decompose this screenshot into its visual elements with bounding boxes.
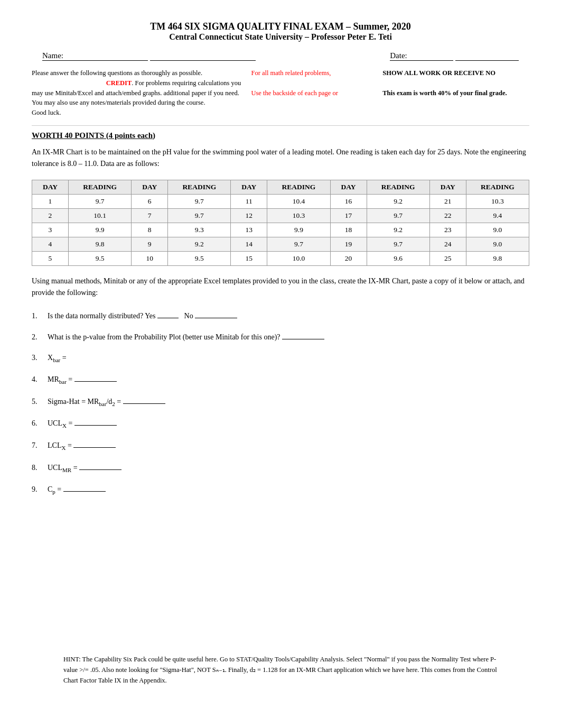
q2-text: What is the p-value from the Probability… — [48, 330, 324, 344]
table-cell: 11 — [231, 194, 267, 208]
table-cell: 9.8 — [68, 237, 131, 251]
q2-num: 2. — [32, 330, 44, 344]
university-line: Central Connecticut State University – P… — [32, 32, 529, 42]
question-1: 1. Is the data normally distributed? Yes… — [32, 309, 529, 322]
q9-blank[interactable] — [63, 491, 106, 492]
q3-num: 3. — [32, 351, 44, 364]
question-9: 9. Cp = — [32, 483, 529, 497]
name-blank[interactable] — [150, 51, 256, 61]
date-label: Date: — [390, 51, 453, 61]
table-cell: 7 — [132, 208, 168, 223]
table-cell: 1 — [32, 194, 69, 208]
page-header: TM 464 SIX SIGMA QUALITY FINAL EXAM – Su… — [32, 21, 529, 42]
q5-blank[interactable] — [123, 403, 165, 404]
table-cell: 3 — [32, 223, 69, 237]
q8-sub: MR — [62, 466, 71, 473]
table-cell: 10.4 — [267, 194, 330, 208]
table-cell: 9.2 — [168, 237, 231, 251]
question-6: 6. UCLX = — [32, 417, 529, 431]
table-cell: 14 — [231, 237, 267, 251]
date-blank[interactable] — [455, 51, 519, 61]
q8-num: 8. — [32, 461, 44, 474]
q7-num: 7. — [32, 439, 44, 452]
q4-blank[interactable] — [74, 381, 117, 382]
col-header-reading1: READING — [68, 180, 131, 194]
col-header-reading3: READING — [267, 180, 330, 194]
instructions-block: Please answer the following questions as… — [32, 68, 529, 118]
table-cell: 9.0 — [466, 237, 529, 251]
date-field: Date: — [390, 51, 519, 61]
table-cell: 9 — [132, 237, 168, 251]
table-cell: 10.1 — [68, 208, 131, 223]
col-header-day2: DAY — [132, 180, 168, 194]
table-cell: 2 — [32, 208, 69, 223]
q8-blank[interactable] — [79, 469, 121, 470]
q1-text: Is the data normally distributed? Yes No — [48, 309, 237, 322]
table-cell: 20 — [330, 251, 367, 265]
q2-blank[interactable] — [282, 339, 324, 339]
instructions-col3: SHOW ALL WORK OR RECEIVE NOThis exam is … — [378, 68, 529, 118]
name-field: Name: — [42, 51, 256, 61]
question-2: 2. What is the p-value from the Probabil… — [32, 330, 529, 344]
q7-text: LCLX = — [48, 439, 116, 454]
table-cell: 5 — [32, 251, 69, 265]
table-cell: 10.3 — [466, 194, 529, 208]
instructions-col2: For all math related problems,Use the ba… — [247, 68, 378, 118]
question-8: 8. UCLMR = — [32, 461, 529, 476]
table-cell: 9.0 — [466, 223, 529, 237]
name-date-row: Name: Date: — [32, 51, 529, 61]
table-cell: 9.5 — [168, 251, 231, 265]
table-cell: 9.7 — [168, 208, 231, 223]
table-cell: 24 — [429, 237, 466, 251]
q5-sub2: 2 — [112, 401, 115, 407]
problem-intro: An IX-MR Chart is to be maintained on th… — [32, 146, 529, 170]
questions-section: 1. Is the data normally distributed? Yes… — [32, 309, 529, 497]
table-cell: 10.3 — [267, 208, 330, 223]
table-cell: 9.7 — [168, 194, 231, 208]
q6-blank[interactable] — [74, 425, 117, 426]
credit-label: CREDIT — [106, 79, 132, 87]
table-cell: 9.7 — [68, 194, 131, 208]
col-header-reading4: READING — [367, 180, 429, 194]
table-cell: 9.5 — [68, 251, 131, 265]
q5-sub1: bar — [99, 401, 106, 407]
table-cell: 9.7 — [267, 237, 330, 251]
instructions-col1: Please answer the following questions as… — [32, 68, 247, 118]
table-cell: 18 — [330, 223, 367, 237]
table-cell: 17 — [330, 208, 367, 223]
table-cell: 10 — [132, 251, 168, 265]
q1-no-blank[interactable] — [195, 318, 237, 318]
q8-text: UCLMR = — [48, 461, 121, 476]
table-cell: 22 — [429, 208, 466, 223]
table-cell: 9.4 — [466, 208, 529, 223]
q7-blank[interactable] — [73, 447, 116, 448]
q6-num: 6. — [32, 417, 44, 430]
data-table: DAY READING DAY READING DAY READING DAY … — [32, 180, 529, 266]
q1-yes-blank[interactable] — [157, 318, 179, 318]
section-title: WORTH 40 POINTS (4 points each) — [32, 131, 529, 140]
table-cell: 9.2 — [367, 194, 429, 208]
col-header-day5: DAY — [429, 180, 466, 194]
q9-num: 9. — [32, 483, 44, 496]
table-cell: 9.9 — [68, 223, 131, 237]
col-header-day3: DAY — [231, 180, 267, 194]
q7-sub: X — [61, 445, 66, 451]
q6-sub: X — [62, 422, 67, 429]
q3-sub: bar — [53, 356, 60, 363]
chart-instruction: Using manual methods, Minitab or any of … — [32, 275, 529, 299]
q5-text: Sigma-Hat = MRbar/d2 = — [48, 395, 165, 410]
table-cell: 9.7 — [367, 237, 429, 251]
col-header-reading2: READING — [168, 180, 231, 194]
table-cell: 9.6 — [367, 251, 429, 265]
col-header-reading5: READING — [466, 180, 529, 194]
table-cell: 9.9 — [267, 223, 330, 237]
table-cell: 9.3 — [168, 223, 231, 237]
question-4: 4. MRbar = — [32, 373, 529, 388]
table-cell: 19 — [330, 237, 367, 251]
q3-text: Xbar = — [48, 351, 67, 366]
col-header-day1: DAY — [32, 180, 69, 194]
table-cell: 23 — [429, 223, 466, 237]
table-cell: 10.0 — [267, 251, 330, 265]
table-cell: 15 — [231, 251, 267, 265]
table-cell: 25 — [429, 251, 466, 265]
